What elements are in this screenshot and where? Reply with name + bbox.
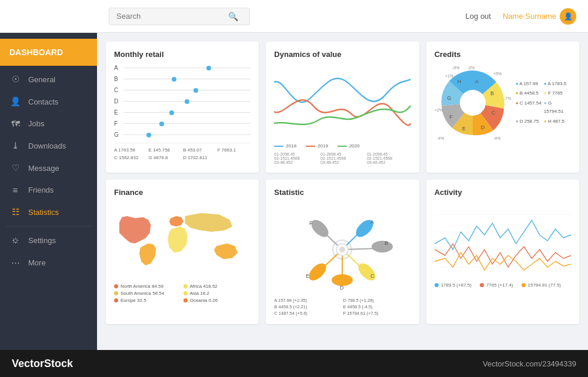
sidebar-item-general[interactable]: ☉ General xyxy=(0,68,97,90)
credits-legend: ● A 157.99 ● A 1783.5 ● B 4458.5 ● F 776… xyxy=(516,80,571,126)
settings-icon: ⛭ xyxy=(9,235,21,245)
statistic-card: Statistic A B xyxy=(266,180,419,324)
svg-text:E: E xyxy=(462,126,466,132)
more-icon: ⋯ xyxy=(9,257,21,268)
sidebar: DASHBOARD ☉ General 👤 Contacts 🗺 Jobs ⤓ … xyxy=(0,33,97,350)
finance-card: Finance xyxy=(106,180,259,324)
jobs-icon: 🗺 xyxy=(9,119,21,129)
legend-dot-eu xyxy=(114,298,118,302)
svg-point-21 xyxy=(372,241,393,253)
sidebar-label-jobs: Jobs xyxy=(28,119,44,128)
lollipop-row-d: D xyxy=(114,98,250,105)
bottom-url: VectorStock.com/23494339 xyxy=(483,359,576,368)
lollipop-chart: A B C D xyxy=(114,65,250,138)
flower-chart: A B C D xyxy=(274,203,410,297)
sidebar-label-friends: Friends xyxy=(28,186,54,194)
map-legend: North America 84.59 Africa 418.52 South … xyxy=(114,284,250,303)
sidebar-item-more[interactable]: ⋯ More xyxy=(0,251,97,274)
legend-dot-as xyxy=(183,291,188,295)
dashboard-title: DASHBOARD xyxy=(9,48,63,57)
svg-text:-4%: -4% xyxy=(493,136,500,140)
header-right: Log out Name Surname 👤 xyxy=(466,8,576,25)
act-dot-blue xyxy=(435,283,439,287)
monthly-retail-card: Monthly retail A B C xyxy=(106,42,259,173)
main-layout: DASHBOARD ☉ General 👤 Contacts 🗺 Jobs ⤓ … xyxy=(0,33,588,350)
dynamics-card: Dynamics of value xyxy=(266,42,419,173)
search-bar[interactable]: 🔍 xyxy=(109,8,250,25)
activity-line-chart xyxy=(435,203,571,279)
lollipop-row-c: C xyxy=(114,87,250,93)
chart-stats: A 1763.56 E 145.758 B 453.07 F 7663.1 C … xyxy=(114,143,250,161)
legend-dot-oc xyxy=(183,298,188,302)
statistic-title: Statistic xyxy=(274,188,410,197)
dynamics-legend-2020: 2020 xyxy=(338,143,360,149)
svg-point-24 xyxy=(356,260,379,284)
finance-title: Finance xyxy=(114,188,250,197)
svg-text:A: A xyxy=(370,219,374,225)
header: 🔍 Log out Name Surname 👤 xyxy=(0,0,588,33)
activity-title: Activity xyxy=(435,188,571,197)
svg-text:-4%: -4% xyxy=(437,136,444,140)
message-icon: ♡ xyxy=(9,163,21,173)
credits-title: Credits xyxy=(435,50,571,59)
monthly-retail-title: Monthly retail xyxy=(114,50,250,59)
svg-text:+1%: +1% xyxy=(445,74,453,78)
activity-card: Activity xyxy=(426,180,579,324)
activity-legend: 1789.5 (+87.5) 7785 (+17.4) 15784.81 (77… xyxy=(435,282,571,288)
sidebar-item-downloads[interactable]: ⤓ Downloads xyxy=(0,134,97,157)
svg-text:B: B xyxy=(385,240,388,246)
svg-text:+2%: +2% xyxy=(435,108,443,112)
sidebar-item-contacts[interactable]: 👤 Contacts xyxy=(0,90,97,113)
logout-button[interactable]: Log out xyxy=(466,12,491,21)
credits-card: Credits xyxy=(426,42,579,173)
svg-text:E: E xyxy=(306,273,309,279)
credits-pie: A B C D E F G H -3% +5% xyxy=(435,65,511,141)
wave-chart xyxy=(274,65,410,141)
sidebar-item-statistics[interactable]: ☷ Statistics xyxy=(0,201,97,223)
svg-text:H: H xyxy=(457,79,461,85)
sidebar-label-message: Message xyxy=(28,164,59,173)
svg-text:C: C xyxy=(491,110,495,116)
user-name[interactable]: Name Surname 👤 xyxy=(503,8,576,25)
svg-text:A: A xyxy=(475,79,479,85)
search-input[interactable] xyxy=(116,12,228,21)
svg-point-0 xyxy=(460,90,486,116)
charts-grid: Monthly retail A B C xyxy=(106,42,579,324)
svg-text:-3%: -3% xyxy=(467,66,474,70)
lollipop-row-g: G xyxy=(114,132,250,138)
sidebar-label-statistics: Statistics xyxy=(28,208,59,217)
dynamics-legend: 2018 2019 2020 xyxy=(274,143,410,149)
svg-text:-9%: -9% xyxy=(452,66,459,70)
act-dot-orange xyxy=(522,283,526,287)
legend-dot-sa xyxy=(114,291,118,295)
finance-map xyxy=(114,203,250,279)
user-avatar: 👤 xyxy=(560,8,576,25)
content-area: Monthly retail A B C xyxy=(97,33,588,350)
svg-text:C: C xyxy=(370,273,375,279)
sidebar-item-friends[interactable]: ≡ Friends xyxy=(0,179,97,201)
sidebar-item-settings[interactable]: ⛭ Settings xyxy=(0,230,97,251)
sidebar-label-downloads: Downloads xyxy=(28,142,66,150)
legend-dot-na xyxy=(114,284,118,288)
dynamics-legend-2019: 2019 xyxy=(306,143,328,149)
statistics-icon: ☷ xyxy=(9,207,21,217)
general-icon: ☉ xyxy=(9,74,21,85)
svg-text:D: D xyxy=(340,285,344,291)
lollipop-row-a: A xyxy=(114,65,250,71)
sidebar-item-jobs[interactable]: 🗺 Jobs xyxy=(0,113,97,134)
svg-text:+5%: +5% xyxy=(493,72,502,76)
svg-point-30 xyxy=(306,260,330,284)
sidebar-label-contacts: Contacts xyxy=(28,97,58,106)
svg-text:-7%: -7% xyxy=(504,96,511,100)
svg-text:F: F xyxy=(309,220,313,226)
sidebar-item-message[interactable]: ♡ Message xyxy=(0,157,97,179)
lollipop-row-b: B xyxy=(114,76,250,82)
sidebar-divider xyxy=(6,226,91,227)
lollipop-row-e: E xyxy=(114,109,250,116)
svg-text:B: B xyxy=(490,90,494,96)
bottom-bar: VectorStock VectorStock.com/23494339 xyxy=(0,350,588,377)
contacts-icon: 👤 xyxy=(9,96,21,107)
svg-text:F: F xyxy=(449,114,453,120)
sidebar-label-settings: Settings xyxy=(28,236,56,245)
dynamics-title: Dynamics of value xyxy=(274,50,410,59)
